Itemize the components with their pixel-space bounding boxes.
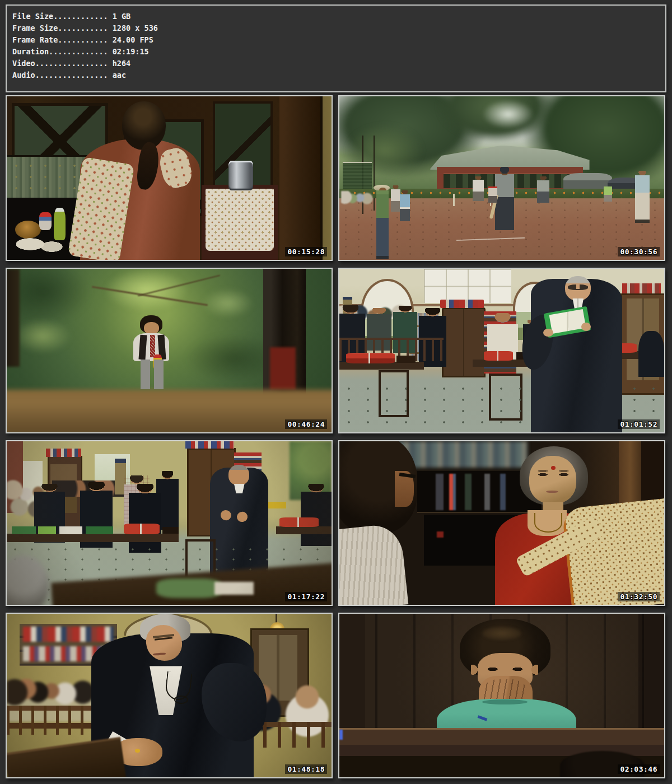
shelf-edge — [417, 512, 540, 513]
foliage-light — [202, 288, 254, 318]
boy-pants — [141, 360, 164, 389]
seated-lawyer — [638, 331, 664, 377]
kid-white-shirt — [473, 176, 484, 201]
timestamp-overlay: 01:32:50 — [618, 592, 660, 601]
woman-mouth — [546, 491, 558, 493]
single-stump — [453, 194, 455, 206]
media-info-label: Frame Rate — [12, 35, 58, 44]
gold-necklace — [534, 513, 562, 532]
lawyer-hand — [543, 329, 553, 337]
bottles — [424, 474, 521, 510]
woman-face — [529, 456, 576, 503]
movie-still-8: 02:03:46 — [338, 613, 665, 778]
media-info-label: Frame Size — [12, 24, 58, 32]
boy-eyes — [486, 668, 525, 671]
media-info-row: Frame Size...........1280 x 536 — [12, 22, 660, 34]
media-info-row: Frame Rate...........24.00 FPS — [12, 34, 660, 46]
timestamp-overlay: 00:30:56 — [618, 247, 660, 256]
scene-woman-closeup — [339, 441, 664, 605]
man-striped-shirt — [339, 523, 408, 605]
red-document-bundle — [346, 353, 395, 363]
wooden-rail — [7, 706, 104, 735]
media-info-row: Video................h264 — [12, 58, 660, 69]
timestamp-overlay: 00:46:24 — [285, 419, 327, 429]
lawyer-glasses — [568, 284, 588, 290]
movie-still-4: 01:01:52 — [338, 268, 665, 433]
frosted-window — [424, 269, 512, 303]
scene-boy-witness-box — [339, 614, 664, 777]
school-tie — [150, 335, 155, 357]
movie-still-1: 00:15:28 — [6, 95, 333, 261]
floral-cloth — [206, 189, 274, 251]
movie-still-3: 00:46:24 — [6, 268, 333, 433]
media-info-label: Video — [12, 59, 35, 68]
file-bundles-on-wardrobe — [440, 300, 484, 308]
fielder — [537, 176, 549, 203]
movie-still-5: 01:17:22 — [6, 440, 333, 606]
sky-gap — [482, 100, 534, 129]
woman-eyes — [537, 473, 570, 476]
white-shirt-man — [391, 185, 400, 212]
movie-still-7: 01:48:18 — [6, 613, 333, 778]
elderly-man — [635, 171, 650, 223]
timestamp-overlay: 01:48:18 — [285, 764, 327, 774]
media-info-dots: ................ — [35, 71, 108, 80]
scene-courtroom-reading — [339, 269, 664, 432]
red-document-bundle — [484, 351, 513, 360]
wardrobe — [442, 307, 486, 378]
boy-face — [144, 322, 159, 334]
hanging-glasses — [174, 696, 188, 704]
kid-green-shirt — [604, 186, 612, 202]
file-stacks-blur — [23, 627, 114, 641]
scene-courtroom-arguing — [7, 441, 332, 605]
timestamp-overlay: 00:15:28 — [285, 247, 327, 256]
blurred-path-foreground — [7, 390, 332, 432]
media-info-value: 1280 x 536 — [108, 24, 158, 32]
oil-bottle — [54, 208, 66, 240]
scene-forest-boy — [7, 269, 332, 432]
door-pillar — [279, 96, 323, 260]
media-info-dots: ............ — [53, 12, 108, 21]
timestamp-overlay: 01:17:22 — [285, 592, 327, 601]
spectators-bench — [341, 191, 374, 206]
timestamp-overlay: 01:01:52 — [618, 419, 660, 429]
media-info-dots: ................ — [35, 59, 108, 68]
media-info-panel: File Size............1 GB Frame Size....… — [6, 4, 666, 92]
media-info-row: File Size............1 GB — [12, 11, 660, 22]
media-info-value: 24.00 FPS — [108, 35, 153, 44]
scene-cricket-ground — [339, 96, 664, 260]
hat-man — [376, 190, 389, 259]
files-on-bookcase — [622, 283, 661, 293]
tree-trunk-left — [7, 269, 20, 367]
woman-hair-bun — [122, 101, 166, 151]
media-info-label: File Size — [12, 12, 53, 21]
trunk-red-mark — [270, 347, 296, 390]
media-info-row: Duration.............02:19:15 — [12, 46, 660, 58]
media-info-value: aac — [108, 71, 126, 80]
cream-saree-drape — [562, 498, 664, 605]
movie-still-2: 00:30:56 — [338, 95, 665, 261]
sauce-jar — [39, 212, 52, 230]
batsman — [495, 167, 514, 233]
media-info-dots: ........... — [58, 35, 108, 44]
media-info-dots: ............. — [49, 47, 108, 56]
kid-red-cap — [488, 186, 497, 203]
red-glow — [437, 531, 444, 538]
media-info-label: Audio — [12, 71, 35, 80]
movie-still-6: 01:32:50 — [338, 440, 665, 606]
media-info-dots: ........... — [58, 24, 108, 32]
media-info-value: 1 GB — [108, 12, 131, 21]
screenshot-sheet-page: File Size............1 GB Frame Size....… — [0, 0, 672, 784]
media-info-label: Duration — [12, 47, 49, 56]
timestamp-overlay: 02:03:46 — [618, 764, 660, 774]
hair-shine — [482, 627, 521, 640]
law-books — [396, 356, 416, 363]
green-net — [343, 162, 372, 189]
bindi — [551, 466, 556, 470]
blue-smudge — [339, 730, 343, 740]
woman-eyebrows — [537, 470, 570, 472]
media-info-value: h264 — [108, 59, 131, 68]
foreground-railing — [7, 736, 126, 777]
polo-shirt-man — [400, 190, 410, 221]
media-info-value: 02:19:15 — [108, 47, 149, 56]
